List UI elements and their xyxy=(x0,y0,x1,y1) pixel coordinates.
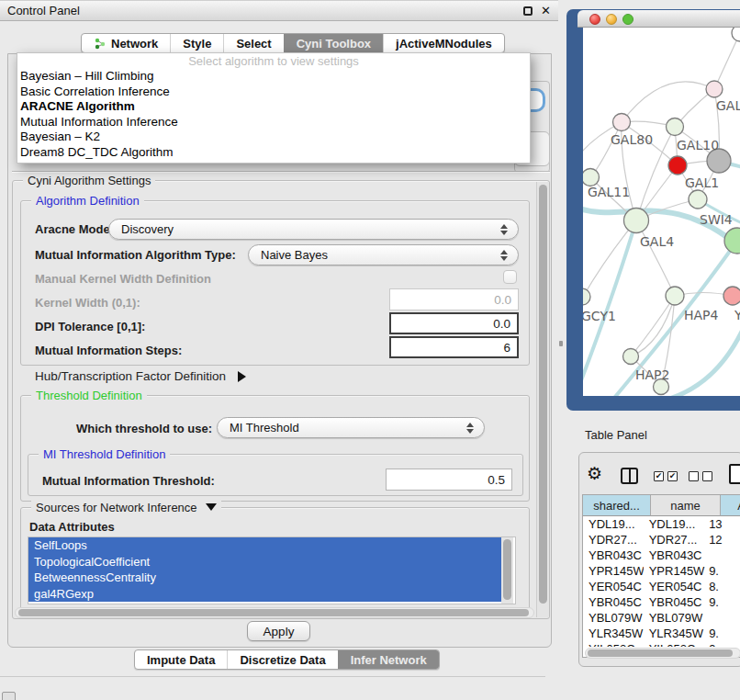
tab-label: Select xyxy=(236,37,271,51)
zoom-traffic-light[interactable] xyxy=(622,14,633,25)
table-cell: YBL079W xyxy=(583,611,644,625)
which-threshold-select[interactable]: MI Threshold xyxy=(217,417,485,438)
tab-cyni-toolbox[interactable]: Cyni Toolbox xyxy=(284,34,383,52)
attribute-item[interactable]: gal4RGexp xyxy=(28,586,502,603)
float-window-icon[interactable] xyxy=(523,6,533,16)
column-header-name[interactable]: name xyxy=(651,495,721,516)
node-gal1-red[interactable] xyxy=(668,156,687,175)
attribute-item[interactable]: SelfLoops xyxy=(28,537,502,554)
network-edge xyxy=(583,220,636,297)
export-table-icon[interactable] xyxy=(729,464,740,484)
node-hap4[interactable] xyxy=(666,287,684,305)
table-row[interactable]: YLR345WYLR345W9. xyxy=(583,626,740,641)
tab-style[interactable]: Style xyxy=(170,34,223,52)
hub-factor-label: Hub/Transcription Factor Definition xyxy=(35,369,226,383)
table-cell: YBR043C xyxy=(644,548,705,562)
select-all-checkbox-icon[interactable]: ✔ xyxy=(667,471,678,481)
minimize-traffic-light[interactable] xyxy=(606,14,617,25)
gear-icon[interactable]: ⚙ xyxy=(587,464,602,484)
node-gal-pink[interactable] xyxy=(706,81,723,97)
splitter-grip[interactable] xyxy=(559,341,563,346)
algorithm-option[interactable]: Bayesian – Hill Climbing xyxy=(17,69,530,85)
mi-steps-field[interactable]: 6 xyxy=(389,336,519,358)
mi-algorithm-type-select[interactable]: Naive Bayes xyxy=(248,244,519,265)
table-cell: YDR27... xyxy=(644,533,705,547)
node-gcy1[interactable] xyxy=(583,288,590,305)
dpi-tolerance-field[interactable]: 0.0 xyxy=(389,312,519,334)
minimized-panel-icon[interactable] xyxy=(2,692,16,700)
node-label-swi4: SWI4 xyxy=(700,212,733,227)
manual-kernel-checkbox[interactable] xyxy=(503,270,517,284)
aracne-mode-label: Aracne Mode: xyxy=(35,222,114,236)
close-traffic-light[interactable] xyxy=(589,14,600,25)
mi-threshold-field[interactable]: 0.5 xyxy=(386,469,512,491)
column-chooser-icon[interactable] xyxy=(621,468,638,484)
table-row[interactable]: YPR145WYPR145W9. xyxy=(583,563,740,579)
node-gal80[interactable] xyxy=(613,114,631,131)
table-row[interactable]: YDR27...YDR27...12 xyxy=(583,532,740,548)
table-row[interactable]: YBR043CYBR043C xyxy=(583,548,740,563)
cyni-tab-discretize-data[interactable]: Discretize Data xyxy=(227,650,337,669)
tab-jactivemnodules[interactable]: jActiveMNodules xyxy=(383,34,504,52)
table-row[interactable]: YDL19...YDL19...13 xyxy=(583,516,740,532)
mi-threshold-label: Mutual Information Threshold: xyxy=(42,474,215,488)
settings-vertical-scrollbar[interactable] xyxy=(536,182,549,617)
tab-network[interactable]: Network xyxy=(82,34,170,52)
algorithm-option[interactable]: Basic Correlation Inference xyxy=(17,85,530,100)
column-header-A[interactable]: A xyxy=(721,495,740,516)
kernel-width-field[interactable]: 0.0 xyxy=(389,288,519,310)
node-label-hap4: HAP4 xyxy=(684,308,719,322)
table-row[interactable]: YIL052CYIL052C9 xyxy=(583,641,740,647)
algorithm-option[interactable]: Bayesian – K2 xyxy=(17,130,530,145)
aracne-mode-select[interactable]: Discovery xyxy=(108,219,519,240)
sources-title[interactable]: Sources for Network Inference xyxy=(31,501,221,514)
apply-button[interactable]: Apply xyxy=(247,621,310,641)
network-canvas[interactable]: GALGAL80GAL10GAL1GAL11SWI4GAL4GCY1HAP4YH… xyxy=(583,28,740,396)
table-row[interactable]: YBR045CYBR045C9. xyxy=(583,594,740,610)
network-window-titlebar[interactable] xyxy=(577,10,740,28)
table-row[interactable]: YBL079WYBL079W xyxy=(583,610,740,626)
node-top-edge[interactable] xyxy=(732,28,740,41)
node-gal10[interactable] xyxy=(667,119,684,136)
table-horizontal-scrollbar[interactable] xyxy=(585,648,740,659)
table-cell: YIL052C xyxy=(583,642,644,647)
node-salmon[interactable] xyxy=(723,287,740,305)
cyni-tab-infer-network[interactable]: Infer Network xyxy=(338,650,439,669)
algorithm-option[interactable]: Mutual Information Inference xyxy=(17,115,530,130)
column-header-shared...[interactable]: shared... xyxy=(583,495,651,516)
cyni-algorithm-settings-title: Cyni Algorithm Settings xyxy=(23,174,155,187)
table-cell: 9 xyxy=(705,642,740,647)
deselect-all-checkbox-icon[interactable] xyxy=(702,471,712,481)
table-cell: YER054C xyxy=(644,580,705,593)
deselect-all-checkbox-icon[interactable] xyxy=(689,471,699,481)
node-label-y: Y xyxy=(734,308,740,322)
cyni-tab-impute-data[interactable]: Impute Data xyxy=(135,650,227,669)
node-label-gal11: GAL11 xyxy=(588,185,630,199)
manual-kernel-label: Manual Kernel Width Definition xyxy=(35,272,211,286)
node-green-right[interactable] xyxy=(724,228,740,254)
attribute-item[interactable]: TopologicalCoefficient xyxy=(28,554,502,570)
cyni-tab-label: Infer Network xyxy=(351,653,427,667)
node-gal4[interactable] xyxy=(624,209,649,233)
hub-factor-section-toggle[interactable]: Hub/Transcription Factor Definition xyxy=(35,369,246,383)
data-attributes-label: Data Attributes xyxy=(29,520,115,534)
sources-title-text: Sources for Network Inference xyxy=(36,501,197,514)
table-row[interactable]: YER054CYER054C8. xyxy=(583,579,740,594)
kernel-width-label: Kernel Width (0,1): xyxy=(35,296,140,310)
settings-horizontal-scrollbar[interactable] xyxy=(15,607,534,618)
node-hap2[interactable] xyxy=(623,349,639,365)
tab-select[interactable]: Select xyxy=(223,34,283,52)
node-label-gal4: GAL4 xyxy=(640,234,674,249)
attributes-scrollbar[interactable] xyxy=(501,537,513,604)
node-label-gal80: GAL80 xyxy=(611,132,653,147)
node-label-gal: GAL xyxy=(716,98,740,113)
node-gal11[interactable] xyxy=(583,169,600,186)
algorithm-option[interactable]: Dream8 DC_TDC Algorithm xyxy=(17,145,530,161)
node-swi4[interactable] xyxy=(689,190,707,209)
close-panel-icon[interactable]: ✕ xyxy=(541,4,551,17)
algorithm-option[interactable]: ARACNE Algorithm xyxy=(17,99,530,115)
data-attributes-list[interactable]: SelfLoopsTopologicalCoefficientBetweenne… xyxy=(28,536,516,604)
select-all-checkbox-icon[interactable]: ✔ xyxy=(654,471,664,481)
attribute-item[interactable]: BetweennessCentrality xyxy=(28,570,502,586)
cyni-bottom-tabs: Impute DataDiscretize DataInfer Network xyxy=(134,649,440,670)
